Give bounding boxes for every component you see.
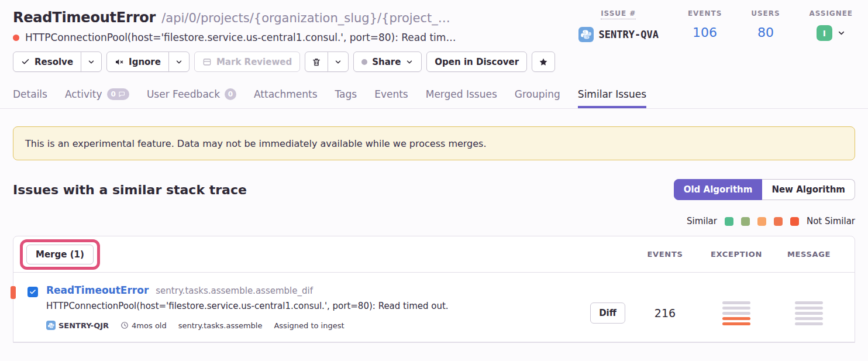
check-icon (21, 57, 30, 66)
assignee-label: ASSIGNEE (810, 9, 853, 18)
diff-button-label: Diff (599, 308, 616, 318)
share-button[interactable]: Share (353, 51, 422, 72)
share-button-label: Share (372, 57, 401, 67)
tab-grouping[interactable]: Grouping (515, 88, 560, 108)
issue-transaction-path: /api/0/projects/{organization_slug}/{pro… (161, 11, 450, 25)
section-heading: Issues with a similar stack trace (13, 183, 247, 197)
row-checkbox[interactable] (27, 287, 38, 297)
error-level-bar (11, 286, 16, 299)
resolve-button[interactable]: Resolve (13, 51, 81, 72)
tab-user-feedback[interactable]: User Feedback 0 (147, 88, 236, 108)
row-meta: SENTRY-QJR 4mos old sentry.tasks.assembl… (46, 321, 585, 330)
python-icon (46, 321, 56, 330)
chevron-down-icon (334, 58, 342, 66)
row-short-id: SENTRY-QJR (46, 321, 109, 330)
issue-tabs: Details Activity 0 User Feedback 0 Attac… (13, 88, 855, 108)
resolve-button-label: Resolve (35, 57, 73, 67)
mark-reviewed-button[interactable]: Mark Reviewed (194, 51, 300, 72)
tab-merged-issues[interactable]: Merged Issues (426, 88, 497, 108)
resolve-button-group: Resolve (13, 51, 102, 72)
row-events-count: 216 (630, 307, 700, 319)
user-feedback-count-badge: 0 (225, 88, 236, 100)
legend-swatch-most-similar (725, 217, 733, 226)
events-label: EVENTS (688, 9, 722, 18)
old-algorithm-label: Old Algorithm (684, 184, 753, 195)
chevron-down-icon (837, 29, 846, 37)
merge-button[interactable]: Merge (1) (26, 245, 94, 264)
legend-similar-label: Similar (687, 216, 717, 226)
banner-text: This is an experimental feature. Data ma… (25, 138, 487, 149)
tab-tags[interactable]: Tags (335, 88, 357, 108)
ignore-button-label: Ignore (129, 57, 161, 67)
issue-header-left: ReadTimeoutError /api/0/projects/{organi… (13, 9, 456, 43)
experimental-feature-banner: This is an experimental feature. Data ma… (13, 126, 855, 160)
legend-swatch (757, 217, 766, 226)
issue-tabs-bar: Details Activity 0 User Feedback 0 Attac… (0, 88, 868, 109)
ignore-button[interactable]: Ignore (106, 51, 169, 72)
new-algorithm-button[interactable]: New Algorithm (762, 179, 855, 200)
comment-bubble-icon (118, 91, 125, 98)
diff-button[interactable]: Diff (590, 302, 625, 324)
events-count[interactable]: 106 (693, 25, 717, 40)
similarity-bar-gray (795, 307, 823, 310)
users-count[interactable]: 80 (757, 25, 774, 40)
row-culprit: sentry.tasks.assemble (178, 321, 263, 330)
stat-users: USERS 80 (751, 9, 780, 43)
stat-events: EVENTS 106 (688, 9, 722, 43)
tab-label: Tags (335, 88, 357, 100)
exception-similarity-bars (700, 301, 773, 325)
error-level-dot (13, 35, 19, 41)
tab-label: Merged Issues (426, 88, 497, 100)
tab-details[interactable]: Details (13, 88, 47, 108)
similarity-bar-orange (722, 322, 750, 325)
chevron-down-icon (175, 58, 183, 66)
clock-icon (120, 321, 129, 329)
bookmark-button[interactable] (532, 51, 555, 72)
chevron-down-icon (87, 58, 95, 66)
similarity-bar-gray (722, 312, 750, 315)
tab-label: Events (374, 88, 408, 100)
algorithm-toggle: Old Algorithm New Algorithm (674, 179, 855, 200)
ignore-dropdown-button[interactable] (168, 51, 190, 72)
similarity-bar-gray (795, 317, 823, 320)
row-assignment: Assigned to ingest (274, 321, 344, 330)
issue-culprit-text: HTTPConnectionPool(host='filestore.servi… (25, 32, 456, 43)
open-in-discover-button[interactable]: Open in Discover (426, 51, 527, 72)
row-issue-message: HTTPConnectionPool(host='filestore.servi… (46, 301, 585, 311)
similarity-bar-orange (722, 317, 750, 320)
tab-attachments[interactable]: Attachments (254, 88, 318, 108)
issue-title-line: ReadTimeoutError /api/0/projects/{organi… (13, 9, 456, 26)
legend-swatch-not-similar (790, 217, 799, 226)
similar-issue-row: ReadTimeoutError sentry.tasks.assemble.a… (13, 273, 855, 342)
similar-issues-table-header: Merge (1) EVENTS EXCEPTION MESSAGE (13, 236, 855, 273)
trash-icon (312, 57, 321, 67)
row-issue-link[interactable]: ReadTimeoutError (46, 284, 149, 296)
delete-button[interactable] (305, 51, 328, 72)
row-age: 4mos old (120, 321, 167, 330)
status-dot-icon (361, 59, 367, 65)
tab-similar-issues[interactable]: Similar Issues (578, 88, 646, 108)
diff-cell: Diff (585, 302, 630, 324)
assignee-avatar: I (817, 25, 832, 41)
stat-issue-id: ISSUE # SENTRY-QVA (578, 9, 659, 43)
issue-detail-page: ReadTimeoutError /api/0/projects/{organi… (0, 9, 868, 343)
tab-label: Similar Issues (578, 88, 646, 100)
resolve-dropdown-button[interactable] (81, 51, 102, 72)
tab-label: Grouping (515, 88, 560, 100)
column-header-exception: EXCEPTION (700, 250, 773, 259)
assignee-selector[interactable]: I (817, 25, 846, 41)
row-metric-columns: Diff 216 (585, 301, 845, 325)
new-algorithm-label: New Algorithm (771, 184, 845, 195)
open-in-discover-label: Open in Discover (435, 57, 519, 67)
mark-reviewed-label: Mark Reviewed (216, 57, 292, 67)
old-algorithm-button[interactable]: Old Algorithm (674, 179, 763, 200)
delete-dropdown-button[interactable] (328, 51, 349, 72)
delete-button-group (305, 51, 349, 72)
users-label: USERS (751, 9, 780, 18)
row-short-id-text: SENTRY-QJR (58, 321, 109, 330)
tab-events[interactable]: Events (374, 88, 408, 108)
issue-short-id[interactable]: SENTRY-QVA (578, 27, 659, 42)
tab-activity[interactable]: Activity 0 (65, 88, 129, 108)
mute-icon (115, 57, 124, 67)
activity-count-badge: 0 (107, 88, 129, 100)
